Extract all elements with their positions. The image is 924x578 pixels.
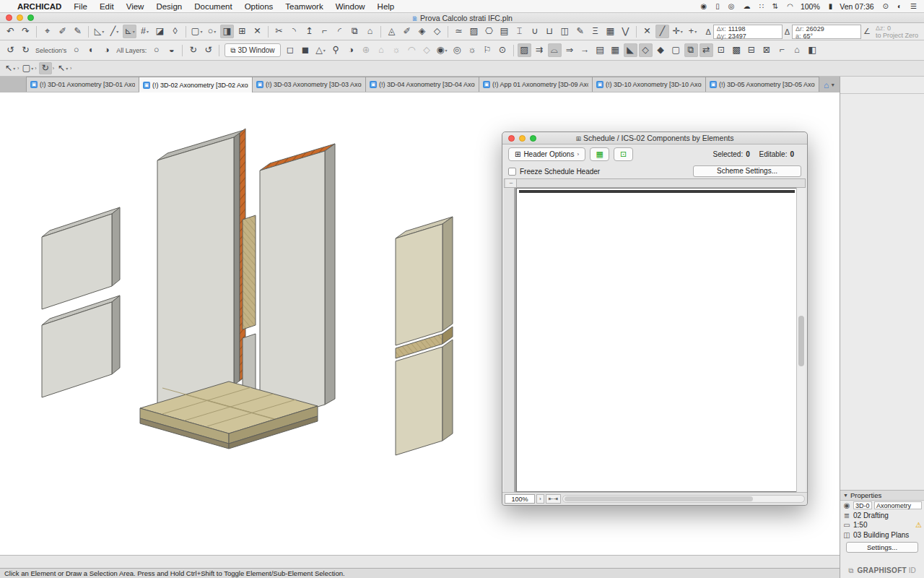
rotate-tool-icon[interactable]: ↻ (39, 62, 52, 74)
hatch-symbol-icon[interactable]: ◇ (639, 43, 653, 57)
undo-icon[interactable]: ↶ (4, 25, 17, 38)
fill-diamond-icon[interactable]: ◆ (654, 43, 668, 57)
teamwork-sync-icon[interactable]: ⊙ (496, 43, 510, 57)
menu-window[interactable]: Window (336, 2, 365, 11)
document-tab[interactable]: ▣(!) App 01 Axonometry [3D-09 Axon... (479, 77, 593, 92)
cancel-icon[interactable]: ✕ (640, 25, 654, 38)
fill-cover-icon[interactable]: ⇉ (533, 43, 546, 57)
layer-combination-value[interactable]: 02 Drafting (853, 512, 889, 519)
i-profile-icon[interactable]: Ξ (588, 25, 602, 38)
walkthrough-icon[interactable]: ⚲ (329, 43, 343, 57)
trim-icon[interactable]: ✂ (272, 25, 286, 38)
u-profile-icon[interactable]: ∪ (528, 25, 541, 38)
vr-scene-icon[interactable]: ⌂ (375, 43, 388, 57)
add-camera-icon[interactable]: ⊕ (359, 43, 373, 57)
fillet-icon[interactable]: ◜ (333, 25, 346, 38)
schedule-table[interactable] (519, 190, 795, 193)
document-tab[interactable]: ▣(!) 3D-02 Axonometry [3D-02 Axon... (139, 77, 253, 92)
fill-arrow-icon[interactable]: ⇒ (563, 43, 577, 57)
ruler-corner[interactable]: – (506, 179, 517, 187)
tracker-axis-icon[interactable]: ✛▾ (671, 25, 684, 38)
window-titlebar[interactable]: 🗎 Prova Calcolo strati IFC.pln (0, 13, 924, 23)
notification-list-icon[interactable]: ☰ (910, 2, 917, 10)
box-3d-icon[interactable]: ◼ (299, 43, 313, 57)
markup-flag-icon[interactable]: ⚐ (481, 43, 494, 57)
menu-help[interactable]: Help (378, 2, 395, 11)
freeze-header-checkbox[interactable] (508, 168, 516, 176)
document-tab[interactable]: ▣(!) 3D-01 Axonometry [3D-01 Axono... (26, 77, 139, 92)
vectorize-icon[interactable]: ⋁ (619, 25, 632, 38)
label-pen-icon[interactable]: ✎ (573, 25, 587, 38)
explode-icon[interactable]: ✕ (250, 25, 264, 38)
app-dots-icon[interactable]: ∷ (759, 2, 763, 10)
feather-icon[interactable]: ◊ (168, 25, 182, 38)
collapse-arrow-icon[interactable]: ▼ (843, 493, 848, 498)
solid-operations-icon[interactable]: ◇ (430, 25, 444, 38)
fill-copy-icon[interactable]: ⧉ (684, 43, 698, 57)
menu-edit[interactable]: Edit (100, 2, 114, 11)
morph-brush-icon[interactable]: ✐ (400, 25, 414, 38)
roof-edit-icon[interactable]: ⌂ (363, 25, 377, 38)
cloud-icon[interactable]: ☁ (743, 2, 750, 10)
home-tab-button[interactable]: ⌂▼ (819, 77, 840, 92)
usb-icon[interactable]: ⇅ (772, 2, 778, 10)
tracker-ra-box[interactable]: Δr:26029 a:65° (792, 25, 861, 39)
document-tab[interactable]: ▣(!) 3D-10 Axonometry [3D-10 Axono... (593, 77, 706, 92)
menu-document[interactable]: Document (194, 2, 232, 11)
shell-edit-icon[interactable]: ◈ (415, 25, 429, 38)
search-icon[interactable]: ⊙ (883, 2, 889, 10)
sun-settings-icon[interactable]: ☼ (390, 43, 404, 57)
battery-app-icon[interactable]: ▯ (715, 2, 720, 10)
photo-render-icon[interactable]: ◎ (450, 43, 464, 57)
pick-up-parameters-icon[interactable]: ✐ (56, 25, 69, 38)
schedule-zoom-level[interactable]: 100% (505, 494, 535, 504)
home-story-icon[interactable]: ⌂ (790, 43, 804, 57)
hatch-grid-icon[interactable]: ▦ (609, 43, 622, 57)
schedule-vscrollbar[interactable] (796, 188, 806, 492)
siri-icon[interactable]: ◐ (897, 2, 902, 10)
merge-cells-button[interactable]: ▦ (590, 147, 609, 161)
paint-bucket-icon[interactable]: ⊔ (543, 25, 557, 38)
pointer-config-icon[interactable]: ↖▾ (4, 62, 17, 74)
composite-layers-icon[interactable]: ▤ (497, 25, 511, 38)
split-cells-button[interactable]: ⊡ (614, 147, 633, 161)
adjust-icon[interactable]: ↥ (302, 25, 316, 38)
windows-icon[interactable]: ⧉ (848, 566, 853, 574)
text-frame-icon[interactable]: ⊟ (745, 43, 759, 57)
3d-window-button[interactable]: ⧉3D Window (225, 43, 280, 57)
hatch-diagonal-icon[interactable]: ◣ (624, 43, 637, 57)
fill-arrow-alt-icon[interactable]: → (578, 43, 592, 57)
vscroll-thumb[interactable] (798, 316, 804, 366)
menu-design[interactable]: Design (156, 2, 182, 11)
at-circle-icon[interactable]: ◎ (728, 2, 735, 10)
column-profile-icon[interactable]: ⌶ (513, 25, 526, 38)
resize-icon[interactable]: ⧉ (348, 25, 362, 38)
document-tab[interactable]: ▣(!) 3D-05 Axonometry [3D-05 Axono... (706, 77, 819, 92)
orbit-icon[interactable]: ↺ (4, 43, 17, 57)
menu-options[interactable]: Options (245, 2, 274, 11)
schedule-window[interactable]: ⊞ Schedule / ICS-02 Components by Elemen… (502, 131, 808, 506)
fit-width-button[interactable]: ⇤⇥ (546, 494, 561, 504)
arrow-tool-icon[interactable]: ↖▾ (56, 62, 69, 74)
eraser-icon[interactable]: ◪ (153, 25, 167, 38)
inject-parameters-icon[interactable]: ✎ (71, 25, 84, 38)
selection-drop-alt-icon[interactable]: ◑ (100, 43, 113, 57)
zoom-menu-button[interactable]: › (536, 494, 544, 504)
tracker-plus-icon[interactable]: +▾ (686, 25, 699, 38)
profile-manager-icon[interactable]: ⎔ (482, 25, 496, 38)
tracker-xy-box[interactable]: Δx:11198 Δy:23497 (713, 25, 783, 39)
document-tab[interactable]: ▣(!) 3D-04 Axonometry [3D-04 Axon... (366, 77, 479, 92)
model-view-value[interactable]: 03 Building Plans (853, 531, 909, 539)
wifi-icon[interactable]: ◠ (787, 2, 793, 10)
menu-view[interactable]: View (126, 2, 144, 11)
menubar-clock[interactable]: Ven 07:36 (840, 2, 873, 11)
hatch-strong-icon[interactable]: ▩ (730, 43, 744, 57)
wall-reference-icon[interactable]: ◧ (806, 43, 819, 57)
wall-hatch-icon[interactable]: ▨ (467, 25, 481, 38)
redo-icon[interactable]: ↷ (19, 25, 32, 38)
select-rect-icon[interactable]: ⊡ (715, 43, 728, 57)
guide-lines-icon[interactable]: ◺▾ (92, 25, 106, 38)
view-name-field[interactable]: Axonometry (874, 501, 922, 509)
selection-ellipse-icon[interactable]: ○ (69, 43, 83, 57)
tracker-line-icon[interactable]: ╱ (655, 25, 669, 38)
